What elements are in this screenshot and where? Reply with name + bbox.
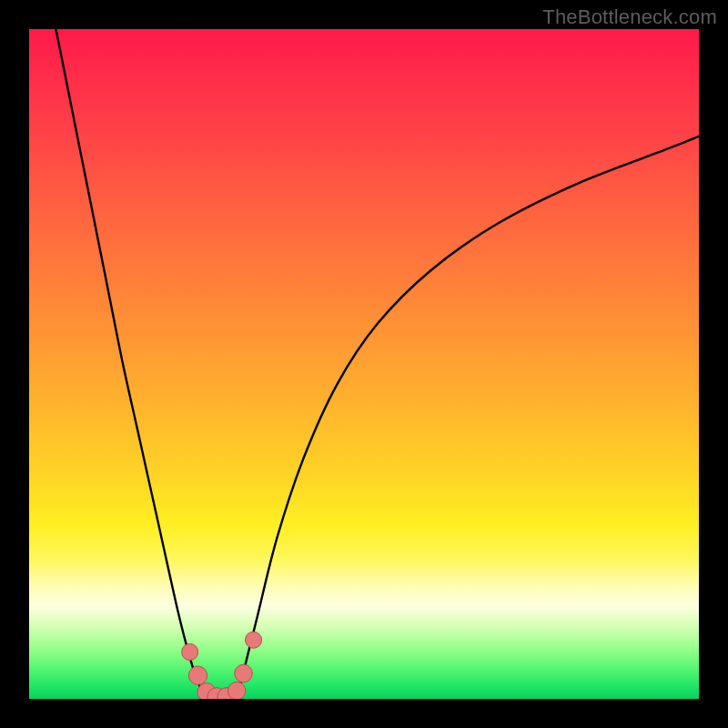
watermark-text: TheBottleneck.com [542, 5, 717, 29]
curve-left-branch [56, 29, 207, 699]
pick-dot [246, 632, 262, 648]
chart-frame: TheBottleneck.com [0, 0, 728, 728]
highlighted-points [182, 632, 262, 699]
curve-layer [29, 29, 699, 699]
pick-dot [182, 643, 198, 660]
pick-dot [235, 664, 253, 682]
pick-dot [228, 682, 246, 699]
pick-dot [188, 666, 207, 684]
curve-right-branch [237, 136, 699, 699]
plot-area [29, 29, 699, 699]
